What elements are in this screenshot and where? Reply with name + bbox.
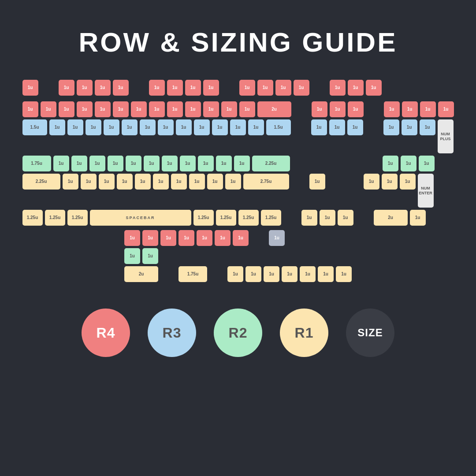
key-j: 1u: [162, 156, 178, 171]
key-space: SPACEBAR: [90, 210, 191, 226]
gap9: [292, 156, 308, 171]
key-numenter-bot: 1u: [410, 210, 426, 226]
key-num6: 1u: [420, 119, 435, 135]
gap16: [346, 174, 361, 190]
key-0: 1u: [203, 101, 219, 117]
shift-row: 2.25u 1u 1u 1u 1u 1u 1u 1u 1u 1u 1u 2.75…: [22, 174, 454, 208]
key-numplus: NUMPLUS: [438, 119, 454, 153]
extra-r1-175: 1.75u: [178, 266, 207, 282]
key-rctrl: 1.25u: [238, 210, 259, 226]
key-del: 1u: [311, 119, 327, 135]
key-v: 1u: [117, 174, 133, 190]
extra-r2-1: 1u: [124, 248, 140, 264]
key-h: 1u: [144, 156, 160, 171]
key-slash: 1u: [225, 174, 241, 190]
key-backslash: 1.5u: [266, 119, 291, 135]
key-semi: 1u: [216, 156, 232, 171]
key-8: 1u: [167, 101, 183, 117]
extra-row1: 1u 1u 1u 1u 1u 1u 1u 1u: [124, 230, 352, 246]
key-rshift: 2.75u: [243, 174, 289, 190]
key-up: 1u: [309, 174, 325, 190]
key-f6: 1u: [167, 80, 183, 96]
key-numenter: NUMENTER: [418, 174, 434, 208]
key-f12: 1u: [294, 80, 309, 96]
key-comma: 1u: [189, 174, 205, 190]
key-rbrace: 1u: [248, 119, 264, 135]
key-backspace: 2u: [257, 101, 291, 117]
extra-r1-1f: 1u: [318, 266, 334, 282]
gap17: [283, 210, 299, 226]
key-minus: 1u: [221, 101, 237, 117]
key-z: 1u: [63, 174, 78, 190]
key-o: 1u: [194, 119, 210, 135]
key-f8: 1u: [203, 80, 219, 96]
key-lctrl: 1.25u: [22, 210, 43, 226]
key-6: 1u: [131, 101, 147, 117]
gap6: [366, 101, 382, 117]
key-down: 1u: [320, 210, 335, 226]
key-home: 1u: [330, 101, 346, 117]
key-prtsc: 1u: [330, 80, 346, 96]
key-f: 1u: [108, 156, 123, 171]
key-num7: 1u: [384, 101, 400, 117]
key-lbrace: 1u: [230, 119, 246, 135]
key-equal: 1u: [239, 101, 255, 117]
key-tab: 1.5u: [22, 119, 47, 135]
legend-size: SIZE: [346, 309, 394, 357]
page-title: ROW & SIZING GUIDE: [79, 26, 398, 58]
key-num5: 1u: [402, 119, 417, 135]
legend-r4: R4: [82, 309, 130, 357]
key-numplus-top: 1u: [438, 101, 454, 117]
key-lalt: 1.25u: [67, 210, 88, 226]
extra-r4-2: 1u: [142, 230, 158, 246]
gap19: [251, 230, 267, 246]
key-num4: 1u: [383, 119, 399, 135]
key-4: 1u: [95, 101, 111, 117]
key-n: 1u: [153, 174, 169, 190]
key-p: 1u: [212, 119, 228, 135]
key-num1: 1u: [383, 156, 398, 171]
key-c: 1u: [99, 174, 115, 190]
key-pause: 1u: [366, 80, 382, 96]
key-f3: 1u: [95, 80, 111, 96]
number-row: 1u 1u 1u 1u 1u 1u 1u 1u 1u 1u 1u 1u 1u 2…: [22, 101, 454, 117]
gap8: [365, 119, 381, 135]
gap12: [346, 156, 362, 171]
key-t: 1u: [122, 119, 138, 135]
gap13: [364, 156, 380, 171]
key-b: 1u: [135, 174, 151, 190]
key-a: 1u: [53, 156, 69, 171]
key-caps: 1.75u: [22, 156, 51, 171]
key-x: 1u: [81, 174, 97, 190]
key-f2: 1u: [77, 80, 93, 96]
key-rctrl2: 1.25u: [261, 210, 281, 226]
gap7: [293, 119, 309, 135]
extra-r1-1c: 1u: [264, 266, 279, 282]
key-end: 1u: [329, 119, 345, 135]
extra-r4-1: 1u: [124, 230, 140, 246]
key-f7: 1u: [185, 80, 201, 96]
key-num9: 1u: [420, 101, 436, 117]
extra-r4-3: 1u: [160, 230, 176, 246]
key-num0-left: 1u: [364, 174, 379, 190]
extra-r4-5: 1u: [197, 230, 212, 246]
key-9: 1u: [185, 101, 201, 117]
legend: R4 R3 R2 R1 SIZE: [82, 309, 394, 357]
key-grave: 1u: [22, 101, 38, 117]
extra-r2-2: 1u: [142, 248, 158, 264]
gap11: [328, 156, 344, 171]
key-2: 1u: [59, 101, 74, 117]
gap4: [312, 80, 327, 96]
legend-r3: R3: [148, 309, 196, 357]
key-m: 1u: [171, 174, 187, 190]
function-row: 1u 1u 1u 1u 1u 1u 1u 1u 1u 1u 1u 1u 1u 1…: [22, 80, 454, 96]
extra-keys: 1u 1u 1u 1u 1u 1u 1u 1u 1u 1u 2u 1.75u 1…: [124, 230, 352, 282]
key-numdot: 1u: [400, 174, 416, 190]
key-pgup: 1u: [348, 101, 364, 117]
key-s: 1u: [71, 156, 87, 171]
extra-r4-4: 1u: [178, 230, 194, 246]
gap3: [221, 80, 237, 96]
gap1: [41, 80, 56, 96]
key-y: 1u: [140, 119, 156, 135]
extra-r1-1b: 1u: [245, 266, 261, 282]
